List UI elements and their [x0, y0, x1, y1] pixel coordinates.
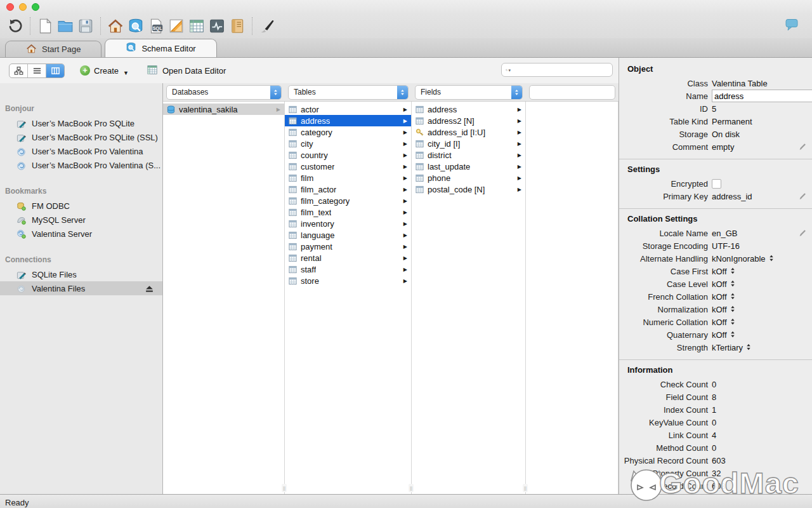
list-item-store[interactable]: store▶: [285, 275, 411, 286]
inspector-row-value[interactable]: kOff: [712, 318, 735, 327]
list-item-rental[interactable]: rental▶: [285, 252, 411, 264]
inspector-row-label: KeyValue Count: [619, 418, 708, 427]
inspector-row-value[interactable]: kOff: [712, 267, 735, 276]
search-input[interactable]: [511, 65, 612, 75]
list-item-address-id-i-u[interactable]: address_id [I:U]▶: [412, 126, 525, 138]
column-filter-dropdown-databases[interactable]: Databases: [166, 85, 282, 100]
list-item-label: last_update: [428, 162, 470, 171]
list-item-film-category[interactable]: film_category▶: [285, 195, 411, 206]
list-item-label: address: [301, 116, 330, 126]
list-item-film[interactable]: film▶: [285, 172, 411, 184]
list-item-valentina-sakila[interactable]: valentina_sakila▶: [163, 104, 284, 115]
inspector-row-label: Class: [619, 79, 708, 88]
edit-pencil-icon[interactable]: [799, 142, 807, 152]
sidebar-item-valentina-server[interactable]: Valentina Server: [0, 227, 162, 241]
close-window-button[interactable]: [6, 3, 14, 11]
open-data-editor-button[interactable]: Open Data Editor: [147, 64, 226, 77]
sidebar-item-valentina-files[interactable]: Valentina Files: [0, 281, 162, 295]
list-item-film-text[interactable]: film_text▶: [285, 206, 411, 218]
list-item-staff[interactable]: staff▶: [285, 264, 411, 275]
list-item-category[interactable]: category▶: [285, 126, 411, 138]
sidebar-item-sqlite-files[interactable]: SQLite Files: [0, 267, 162, 281]
inspector-row-label: Storage: [619, 130, 708, 139]
list-item-inventory[interactable]: inventory▶: [285, 218, 411, 229]
list-item-language[interactable]: language▶: [285, 229, 411, 241]
tree-view-button[interactable]: [10, 64, 28, 77]
list-item-actor[interactable]: actor▶: [285, 104, 411, 115]
home-button[interactable]: [105, 17, 126, 36]
sql-editor-button[interactable]: SQL: [146, 17, 166, 36]
style-brush-button[interactable]: [257, 17, 277, 36]
save-button[interactable]: [75, 17, 96, 36]
list-item-label: city: [301, 139, 313, 149]
table-icon: [289, 208, 298, 217]
dropdown-stepper-icon[interactable]: [397, 86, 408, 99]
column-filter-dropdown-tables[interactable]: Tables: [288, 85, 409, 100]
sidebar-item-mysql-server[interactable]: MySQL Server: [0, 213, 162, 227]
search-box[interactable]: ▾: [501, 63, 613, 77]
sidebar-item-fm-odbc[interactable]: FM ODBC: [0, 199, 162, 213]
list-item-district[interactable]: district▶: [412, 149, 525, 161]
edit-pencil-icon[interactable]: [799, 192, 807, 202]
column-filter-dropdown-item[interactable]: [529, 85, 615, 100]
report-editor-button[interactable]: [227, 17, 247, 36]
dropdown-stepper-icon[interactable]: [270, 86, 281, 99]
edit-pencil-icon[interactable]: [799, 229, 807, 239]
eject-icon[interactable]: [145, 284, 155, 293]
encrypted-checkbox[interactable]: [712, 179, 721, 189]
list-item-city[interactable]: city▶: [285, 138, 411, 149]
list-item-postal-code-n[interactable]: postal_code [N]▶: [412, 184, 525, 195]
inspector-row-normalization: NormalizationkOff: [619, 303, 812, 316]
schema-editor-icon: [126, 42, 136, 55]
new-document-button[interactable]: [35, 17, 55, 36]
disclosure-arrow-icon: ▶: [518, 141, 521, 147]
sidebar-item-user-s-macbook-pro-valentina-s[interactable]: User’s MacBook Pro Valentina (S...: [0, 158, 162, 172]
tab-start-page[interactable]: Start Page: [5, 41, 102, 57]
sidebar-item-user-s-macbook-pro-sqlite-ssl[interactable]: User’s MacBook Pro SQLite (SSL): [0, 130, 162, 144]
list-item-customer[interactable]: customer▶: [285, 161, 411, 172]
list-item-country[interactable]: country▶: [285, 149, 411, 161]
open-folder-button[interactable]: [55, 17, 75, 36]
titlebar[interactable]: [0, 0, 812, 14]
disclosure-arrow-icon: ▶: [403, 118, 407, 124]
inspector-row-class: ClassValentina Table: [619, 77, 812, 90]
minimize-window-button[interactable]: [19, 3, 27, 11]
tab-schema-editor[interactable]: Schema Editor: [105, 39, 216, 57]
inspector-row-value[interactable]: kOff: [712, 279, 735, 289]
list-item-address2-n[interactable]: address2 [N]▶: [412, 115, 525, 126]
sidebar-item-user-s-macbook-pro-valentina[interactable]: User’s MacBook Pro Valentina: [0, 144, 162, 158]
sqlite-files-icon: [16, 270, 27, 279]
data-editor-button[interactable]: [187, 17, 207, 36]
sidebar-item-label: User’s MacBook Pro SQLite (SSL): [32, 133, 158, 142]
inspector-row-label: Link Count: [619, 431, 708, 440]
list-item-address[interactable]: address▶: [285, 115, 411, 126]
server-admin-button[interactable]: [207, 17, 227, 36]
inspector-row-value[interactable]: kTertiary: [712, 343, 751, 352]
create-button[interactable]: + Create ▼: [80, 65, 129, 76]
disclosure-arrow-icon: ▶: [403, 232, 407, 238]
list-item-address[interactable]: address▶: [412, 104, 525, 115]
list-item-last-update[interactable]: last_update▶: [412, 161, 525, 172]
chat-bubble-icon[interactable]: [784, 17, 802, 34]
sidebar-item-user-s-macbook-pro-sqlite[interactable]: User’s MacBook Pro SQLite: [0, 116, 162, 130]
schema-editor-button[interactable]: [126, 17, 146, 36]
inspector-row-value[interactable]: kNonIgnorable: [712, 254, 774, 264]
list-item-city-id-i[interactable]: city_id [I]▶: [412, 138, 525, 149]
list-item-payment[interactable]: payment▶: [285, 241, 411, 252]
inspector-row-quaternary: QuaternarykOff: [619, 328, 812, 341]
dropdown-stepper-icon[interactable]: [511, 86, 522, 99]
column-filter-dropdown-fields[interactable]: Fields: [415, 85, 523, 100]
diagram-editor-button[interactable]: [166, 17, 187, 36]
inspector-row-value[interactable]: kOff: [712, 305, 735, 314]
inspector-row-value: On disk: [712, 130, 740, 139]
name-input[interactable]: [712, 90, 812, 102]
list-item-film-actor[interactable]: film_actor▶: [285, 184, 411, 195]
inspector-row-value[interactable]: kOff: [712, 292, 735, 302]
sidebar-item-label: User’s MacBook Pro SQLite: [32, 119, 134, 128]
inspector-row-value[interactable]: kOff: [712, 330, 735, 340]
list-view-button[interactable]: [28, 64, 46, 77]
zoom-window-button[interactable]: [32, 3, 39, 11]
column-view-button[interactable]: [46, 64, 64, 77]
list-item-phone[interactable]: phone▶: [412, 172, 525, 184]
undo-button[interactable]: [5, 17, 25, 36]
